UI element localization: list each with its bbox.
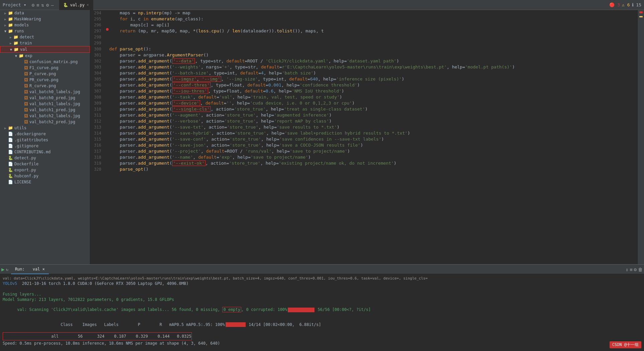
tree-item-gitattributes[interactable]: 📄 .gitattributes — [0, 137, 90, 143]
code-line-307: 307 parser.add_argument('--iou-thres', t… — [90, 88, 637, 94]
error-count: 🔴 3 — [609, 2, 620, 7]
gear-icon[interactable]: ⚙ — [46, 2, 49, 8]
tree-item-dockerignore[interactable]: 📄 .dockerignore — [0, 131, 90, 137]
code-line-305: 305 parser.add_argument('--imgsz', '--im… — [90, 76, 637, 82]
bottom-tab-val[interactable]: val × — [29, 265, 49, 274]
tree-item-vb1p[interactable]: 🖼 val_batch1_pred.jpg — [0, 107, 90, 113]
code-line-319: 319 parser.add_argument('--exist-ok', ac… — [90, 160, 637, 166]
code-line-296: 296 maps[c] = ap[i] — [90, 22, 637, 28]
project-label: Project — [3, 2, 21, 7]
run-line-fusing: Fusing layers... — [3, 292, 641, 297]
tree-item-license[interactable]: 📄 LICENSE — [0, 179, 90, 185]
tree-item-vb1l[interactable]: 🖼 val_batch1_labels.jpg — [0, 101, 90, 107]
settings-bottom-icon[interactable]: ⚙ — [634, 267, 637, 272]
close-icon[interactable]: — — [51, 2, 53, 8]
tree-item-exp[interactable]: ▼ 📁 exp — [0, 53, 90, 59]
tree-item-exportpy[interactable]: 🐍 export.py — [0, 167, 90, 173]
title-bar: Project ▾ ⚙ ≡ ⇅ ⚙ — 🐍 val.py × 🔴 3 ⚠ 6 ℹ… — [0, 0, 644, 10]
code-line-315: 315 parser.add_argument('--save-conf', a… — [90, 136, 637, 142]
code-line-316: 316 parser.add_argument('--save-json', a… — [90, 142, 637, 148]
run-line-model: Model Summary: 213 layers, 7012822 param… — [3, 297, 641, 302]
run-line-results: Results saved to runs\val\exp ——▶ 图片预测推理… — [3, 346, 641, 351]
code-line-299: 299 — [90, 40, 637, 46]
results-table: all 56 324 0.187 0.329 0.144 0.0325 — [3, 332, 192, 340]
code-line-309: 309 parser.add_argument('--device', defa… — [90, 100, 637, 106]
project-dropdown[interactable]: ▾ — [24, 2, 26, 7]
tree-item-train[interactable]: ▶ 📁 train — [0, 40, 90, 46]
warn-stripe — [639, 16, 643, 17]
tree-item-data[interactable]: ▶ 📁 data — [0, 10, 90, 16]
tree-item-r[interactable]: 🖼 R_curve.png — [0, 83, 90, 89]
tree-item-confusion[interactable]: 🖼 confusion_matrix.png — [0, 59, 90, 65]
tree-item-dockerfile[interactable]: 📄 Dockerfile — [0, 161, 90, 167]
code-line-318: 318 parser.add_argument('--name', defaul… — [90, 154, 637, 160]
code-line-297: 297 return (mp, mr, map50, map, *(loss.c… — [90, 28, 637, 34]
tree-item-vb0p[interactable]: 🖼 val_batch0_pred.jpg — [0, 95, 90, 101]
code-scroll[interactable]: 294 maps = np.interp(mp) -> map 295 for … — [90, 10, 637, 264]
bottom-content[interactable]: val: data=ClickJY\clickdata.yaml, weight… — [0, 274, 644, 351]
main-area: ▶ 📁 data ▶ 📁 MaskWearing ▶ 📁 models ▼ 📁 … — [0, 10, 644, 264]
run-line-scanning: val: Scanning 'ClickJY\valid\labels.cach… — [3, 303, 641, 317]
editor-area: 294 maps = np.interp(mp) -> map 295 for … — [90, 10, 637, 264]
tree-item-utils[interactable]: ▶ 📁 utils — [0, 125, 90, 131]
run-line-table-header: all 56 324 0.187 0.329 0.144 0.0325 — [3, 334, 191, 339]
panel-icons: ▶ ↻ — [1, 266, 8, 273]
code-line-306: 306 parser.add_argument('--conf-thres', … — [90, 82, 637, 88]
tree-item-detect[interactable]: ▶ 📁 detect — [0, 34, 90, 40]
warning-count: ⚠ 6 — [622, 2, 630, 7]
tree-item-contributing[interactable]: 📄 CONTRIBUTING.md — [0, 149, 90, 155]
tree-item-detectpy[interactable]: 🐍 detect.py — [0, 155, 90, 161]
code-line-304: 304 parser.add_argument('--batch-size', … — [90, 70, 637, 76]
right-gutter — [637, 10, 644, 264]
error-stripe — [639, 11, 643, 13]
error-indicators: 🔴 3 ⚠ 6 ℹ 15 — [609, 2, 641, 7]
tab-label: val.py — [70, 3, 85, 7]
settings-icon[interactable]: ⚙ — [32, 2, 34, 8]
tree-item-runs[interactable]: ▼ 📁 runs — [0, 28, 90, 34]
tab-icon: 🐍 — [63, 3, 68, 7]
tree-item-models[interactable]: ▶ 📁 models — [0, 22, 90, 28]
scroll-icon[interactable]: ⇕ — [626, 267, 628, 272]
bottom-tabs: ▶ ↻ Run: val × ⇕ ≡ ⚙ 🗑 — [0, 265, 644, 274]
bottom-tab-run[interactable]: Run: — [11, 265, 29, 274]
tab-valpy[interactable]: 🐍 val.py × — [59, 0, 93, 10]
code-line-310: 310 parser.add_argument('--single-cls', … — [90, 106, 637, 112]
code-line-320: 320 parse_opt() — [90, 166, 637, 172]
run-line-blank — [3, 287, 641, 291]
tree-item-pr[interactable]: 🖼 PR_curve.png — [0, 77, 90, 83]
code-line-308: 308 parser.add_argument('--task', defaul… — [90, 94, 637, 100]
tab-close[interactable]: × — [87, 3, 89, 7]
tree-item-vb2p[interactable]: 🖼 val_batch2_pred.jpg — [0, 119, 90, 125]
code-line-313: 313 parser.add_argument('--save-txt', ac… — [90, 124, 637, 130]
run-line-speed: Speed: 0.5ms pre-process, 10.8ms inferen… — [3, 341, 641, 346]
tree-item-vb2l[interactable]: 🖼 val_batch2_labels.jpg — [0, 113, 90, 119]
sort-icon[interactable]: ⇅ — [41, 2, 44, 8]
rerun-icon[interactable]: ↻ — [6, 267, 8, 272]
tree-item-p[interactable]: 🖼 P_curve.png — [0, 71, 90, 77]
run-line-progress: Class Images Labels P R mAP0.5 mAP0.5:.9… — [3, 318, 641, 332]
run-line-cmd: val: data=ClickJY\clickdata.yaml, weight… — [3, 276, 641, 281]
code-line-314: 314 parser.add_argument('--save-hybrid',… — [90, 130, 637, 136]
tree-item-f1[interactable]: 🖼 F1_curve.png — [0, 65, 90, 71]
bottom-right-icons: ⇕ ≡ ⚙ 🗑 — [626, 267, 643, 272]
code-line-301: 301 parser = argparse.ArgumentParser() — [90, 52, 637, 58]
code-line-312: 312 parser.add_argument('--verbose', act… — [90, 118, 637, 124]
tree-item-maskwearing[interactable]: ▶ 📁 MaskWearing — [0, 16, 90, 22]
sidebar: ▶ 📁 data ▶ 📁 MaskWearing ▶ 📁 models ▼ 📁 … — [0, 10, 90, 264]
code-line-303: 303 parser.add_argument('--weights', nar… — [90, 64, 637, 70]
run-line-yolo: YOLOv5 2021-10-16 torch 1.8.0 CUDA:0 (Ge… — [3, 281, 641, 286]
tree-item-vb0l[interactable]: 🖼 val_batch0_labels.jpg — [0, 89, 90, 95]
trash-icon[interactable]: 🗑 — [638, 267, 643, 272]
tree-item-gitignore[interactable]: 📄 .gitignore — [0, 143, 90, 149]
code-line-317: 317 parser.add_argument('--project', def… — [90, 148, 637, 154]
tree-item-hubconfpy[interactable]: 🐍 hubconf.py — [0, 173, 90, 179]
code-line-311: 311 parser.add_argument('--augment', act… — [90, 112, 637, 118]
list-icon[interactable]: ≡ — [36, 2, 39, 8]
code-line-298: 298 — [90, 34, 637, 40]
bottom-panel: ▶ ↻ Run: val × ⇕ ≡ ⚙ 🗑 val: data=ClickJY… — [0, 264, 644, 351]
csdn-badge: CSDN @十一组 — [610, 341, 641, 348]
run-icon[interactable]: ▶ — [1, 266, 5, 273]
code-line-294: 294 maps = np.interp(mp) -> map — [90, 10, 637, 16]
filter-icon[interactable]: ≡ — [630, 267, 632, 272]
tree-item-val[interactable]: ▼ 📁 val — [0, 46, 90, 53]
